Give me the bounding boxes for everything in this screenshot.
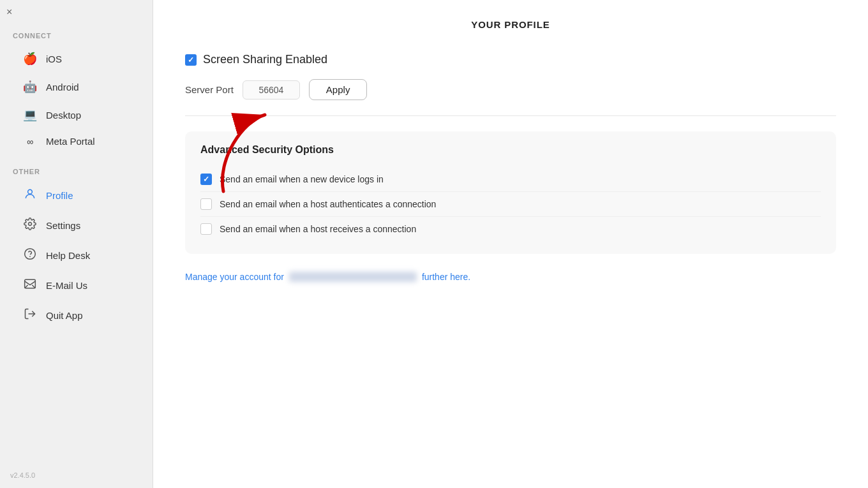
security-option-new-device: Send an email when a new device logs in (200, 167, 821, 192)
sidebar-item-label: Help Desk (46, 250, 90, 261)
page-title: YOUR PROFILE (185, 19, 836, 30)
profile-icon (23, 188, 37, 203)
advanced-security-title: Advanced Security Options (200, 144, 821, 156)
manage-further-label: further here. (422, 272, 470, 282)
sidebar-item-label: E-Mail Us (46, 280, 87, 291)
screen-sharing-label: Screen Sharing Enabled (203, 53, 327, 66)
sidebar-item-label: Android (46, 82, 79, 92)
receives-connection-checkbox[interactable] (200, 223, 212, 235)
manage-account-link[interactable]: Manage your account for (185, 272, 284, 282)
sidebar-item-label: Profile (46, 190, 73, 201)
server-port-label: Server Port (185, 84, 234, 95)
android-icon: 🤖 (23, 80, 37, 94)
server-port-row: Server Port Apply (185, 79, 836, 100)
desktop-icon: 💻 (23, 108, 37, 122)
manage-account-row: Manage your account for further here. (185, 272, 836, 282)
sidebar: CONNECT 🍎 iOS 🤖 Android 💻 Desktop ∞ Meta… (0, 0, 153, 488)
quit-icon (23, 307, 37, 323)
sidebar-item-desktop[interactable]: 💻 Desktop (5, 101, 147, 128)
main-content: YOUR PROFILE Screen Sharing Enabled Serv… (153, 0, 868, 488)
advanced-security-section: Advanced Security Options Send an email … (185, 131, 836, 254)
meta-icon: ∞ (23, 137, 37, 147)
svg-point-0 (28, 189, 33, 194)
receives-connection-label: Send an email when a host receives a con… (220, 224, 416, 234)
svg-point-2 (25, 249, 36, 260)
helpdesk-icon (23, 248, 37, 263)
version-label: v2.4.5.0 (10, 471, 35, 479)
screen-sharing-checkbox[interactable] (185, 54, 197, 66)
ios-icon: 🍎 (23, 52, 37, 66)
manage-account-blurred (289, 272, 417, 282)
sidebar-item-label: Settings (46, 220, 80, 231)
sidebar-item-meta[interactable]: ∞ Meta Portal (5, 129, 147, 153)
new-device-label: Send an email when a new device logs in (220, 174, 384, 184)
apply-button[interactable]: Apply (309, 79, 368, 100)
auth-connection-checkbox[interactable] (200, 198, 212, 210)
svg-point-1 (29, 223, 32, 226)
svg-line-5 (25, 285, 28, 288)
sidebar-item-label: Desktop (46, 110, 81, 121)
sidebar-item-label: Meta Portal (46, 136, 95, 147)
security-option-auth-connection: Send an email when a host authenticates … (200, 192, 821, 217)
sidebar-item-helpdesk[interactable]: Help Desk (5, 241, 147, 270)
other-section-label: OTHER (0, 168, 153, 181)
sidebar-item-profile[interactable]: Profile (5, 181, 147, 210)
sidebar-item-email[interactable]: E-Mail Us (5, 271, 147, 300)
settings-icon (23, 218, 37, 233)
new-device-checkbox[interactable] (200, 174, 212, 185)
screen-sharing-row: Screen Sharing Enabled (185, 53, 836, 66)
server-port-input[interactable] (243, 80, 300, 100)
section-divider (185, 115, 836, 116)
sidebar-item-label: iOS (46, 54, 62, 64)
auth-connection-label: Send an email when a host authenticates … (220, 199, 436, 209)
email-icon (23, 277, 37, 293)
sidebar-item-android[interactable]: 🤖 Android (5, 73, 147, 100)
sidebar-item-label: Quit App (46, 310, 83, 321)
close-button[interactable]: × (6, 6, 12, 18)
security-option-receives-connection: Send an email when a host receives a con… (200, 217, 821, 241)
sidebar-item-settings[interactable]: Settings (5, 211, 147, 240)
sidebar-item-quit[interactable]: Quit App (5, 301, 147, 330)
sidebar-item-ios[interactable]: 🍎 iOS (5, 45, 147, 72)
connect-section-label: CONNECT (0, 32, 153, 45)
